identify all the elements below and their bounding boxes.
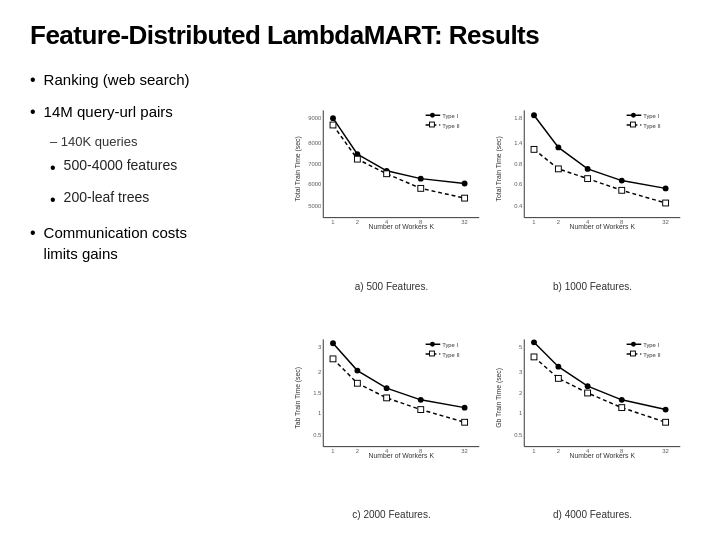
feature-text-2: 200-leaf trees xyxy=(64,189,150,205)
svg-text:Total Train Time (sec): Total Train Time (sec) xyxy=(294,136,302,201)
slide-title: Feature-Distributed LambdaMART: Results xyxy=(30,20,690,51)
left-panel: • Ranking (web search) • 14M query-url p… xyxy=(30,69,290,520)
svg-text:0.4: 0.4 xyxy=(514,203,523,209)
svg-rect-51 xyxy=(585,176,591,182)
bullet-icon-1: • xyxy=(30,69,36,91)
chart-b-svg: Total Train Time (sec) Number of Workers… xyxy=(495,69,690,279)
svg-rect-21 xyxy=(384,171,390,177)
chart-c: Tab Train Time (sec) Number of Workers K… xyxy=(294,298,489,521)
content-area: • Ranking (web search) • 14M query-url p… xyxy=(30,69,690,520)
svg-point-108 xyxy=(663,406,669,412)
svg-text:9000: 9000 xyxy=(308,115,322,121)
svg-point-48 xyxy=(663,185,669,191)
svg-text:0.6: 0.6 xyxy=(514,181,522,187)
svg-text:5000: 5000 xyxy=(308,203,322,209)
svg-point-75 xyxy=(354,367,360,373)
sub-bullet-1: 140K queries xyxy=(50,134,280,149)
svg-text:7000: 7000 xyxy=(308,161,322,167)
chart-d-svg: Gb Train Time (sec) Number of Workers K … xyxy=(495,298,690,508)
svg-text:32: 32 xyxy=(662,219,669,225)
svg-rect-52 xyxy=(619,187,625,193)
feature-text-1: 500-4000 features xyxy=(64,157,178,173)
chart-d: Gb Train Time (sec) Number of Workers K … xyxy=(495,298,690,521)
comm-line1: Communication costs xyxy=(44,224,187,241)
svg-text:0.8: 0.8 xyxy=(514,161,522,167)
chart-c-caption: c) 2000 Features. xyxy=(352,509,430,520)
svg-rect-110 xyxy=(555,375,561,381)
svg-text:Total Train Time (sec): Total Train Time (sec) xyxy=(495,136,503,201)
chart-b: Total Train Time (sec) Number of Workers… xyxy=(495,69,690,292)
svg-rect-23 xyxy=(462,195,468,201)
svg-text:Type I: Type I xyxy=(442,342,458,348)
svg-text:8: 8 xyxy=(620,219,623,225)
svg-point-105 xyxy=(555,363,561,369)
chart-d-caption: d) 4000 Features. xyxy=(553,509,632,520)
svg-text:2: 2 xyxy=(519,389,522,395)
svg-text:8000: 8000 xyxy=(308,140,322,146)
svg-text:Type II: Type II xyxy=(643,351,661,357)
svg-text:32: 32 xyxy=(461,219,468,225)
feature-bullets: • 500-4000 features • 200-leaf trees xyxy=(50,157,280,212)
svg-point-78 xyxy=(462,404,468,410)
svg-text:8: 8 xyxy=(419,448,422,454)
bullet-1: • Ranking (web search) xyxy=(30,69,280,91)
svg-rect-58 xyxy=(631,122,636,127)
svg-text:0.5: 0.5 xyxy=(313,431,321,437)
chart-c-svg: Tab Train Time (sec) Number of Workers K… xyxy=(294,298,489,508)
chart-a: Total Train Time (sec) Number of Workers… xyxy=(294,69,489,292)
comm-line2: limits gains xyxy=(44,245,118,262)
svg-text:Type II: Type II xyxy=(442,351,460,357)
svg-rect-82 xyxy=(418,406,424,412)
svg-text:2: 2 xyxy=(557,219,560,225)
svg-point-115 xyxy=(631,341,636,346)
svg-text:1: 1 xyxy=(331,448,334,454)
svg-rect-22 xyxy=(418,185,424,191)
svg-text:2: 2 xyxy=(557,448,560,454)
svg-point-77 xyxy=(418,396,424,402)
svg-text:Tab Train Time (sec): Tab Train Time (sec) xyxy=(294,367,302,429)
svg-rect-88 xyxy=(430,351,435,356)
feature-bullet-2: • 200-leaf trees xyxy=(50,189,280,211)
svg-text:2: 2 xyxy=(356,219,359,225)
svg-text:1.5: 1.5 xyxy=(313,389,321,395)
svg-text:1: 1 xyxy=(331,219,334,225)
svg-text:1: 1 xyxy=(532,448,535,454)
slide: Feature-Distributed LambdaMART: Results … xyxy=(0,0,720,540)
svg-rect-118 xyxy=(631,351,636,356)
svg-text:8: 8 xyxy=(620,448,623,454)
svg-rect-109 xyxy=(531,354,537,360)
bullet-icon-3: • xyxy=(50,157,56,179)
svg-text:6000: 6000 xyxy=(308,181,322,187)
svg-point-17 xyxy=(418,176,424,182)
svg-text:1: 1 xyxy=(532,219,535,225)
svg-text:32: 32 xyxy=(461,448,468,454)
svg-point-44 xyxy=(531,112,537,118)
svg-text:Type I: Type I xyxy=(643,342,659,348)
charts-grid: Total Train Time (sec) Number of Workers… xyxy=(290,69,690,520)
feature-bullet-1: • 500-4000 features xyxy=(50,157,280,179)
svg-text:0.5: 0.5 xyxy=(514,431,522,437)
svg-point-47 xyxy=(619,178,625,184)
svg-rect-49 xyxy=(531,146,537,152)
svg-text:Number of Workers K: Number of Workers K xyxy=(570,223,636,230)
svg-text:Type I: Type I xyxy=(442,113,458,119)
svg-rect-83 xyxy=(462,419,468,425)
svg-point-14 xyxy=(330,115,336,121)
svg-text:1: 1 xyxy=(519,410,522,416)
svg-text:Type II: Type II xyxy=(643,123,661,129)
svg-point-74 xyxy=(330,340,336,346)
svg-point-18 xyxy=(462,181,468,187)
chart-a-svg: Total Train Time (sec) Number of Workers… xyxy=(294,69,489,279)
svg-point-45 xyxy=(555,145,561,151)
svg-point-85 xyxy=(430,341,435,346)
chart-a-caption: a) 500 Features. xyxy=(355,281,428,292)
svg-text:1: 1 xyxy=(318,410,321,416)
bullet-text-2: 14M query-url pairs xyxy=(44,101,173,122)
svg-point-104 xyxy=(531,339,537,345)
svg-rect-19 xyxy=(330,122,336,128)
svg-text:1.4: 1.4 xyxy=(514,140,523,146)
svg-text:1.8: 1.8 xyxy=(514,115,522,121)
svg-rect-50 xyxy=(555,166,561,172)
svg-text:3: 3 xyxy=(519,368,522,374)
bullet-icon-5: • xyxy=(30,222,36,244)
